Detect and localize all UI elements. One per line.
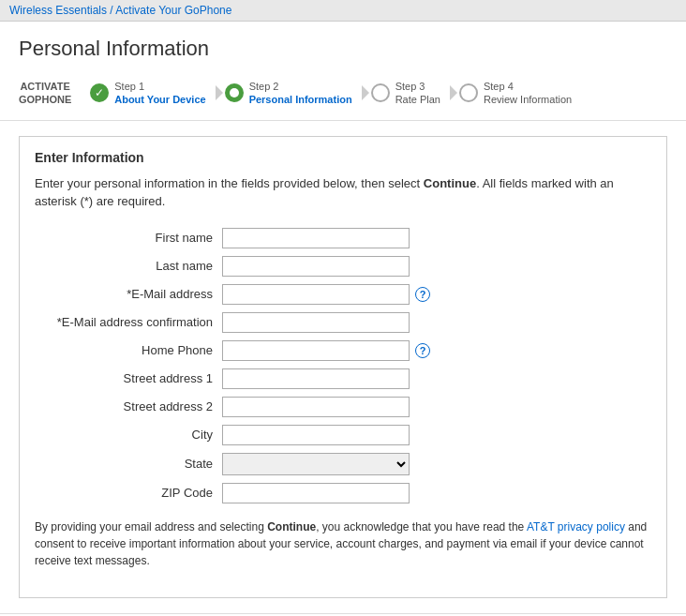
step-1: Step 1 About Your Device <box>81 80 215 107</box>
step-4-num: Step 4 <box>484 80 572 93</box>
steps-bar: ACTIVATE GOPHONE Step 1 About Your Devic… <box>0 70 686 121</box>
city-field <box>222 425 410 445</box>
city-input[interactable] <box>222 425 410 445</box>
zip-field <box>222 483 410 503</box>
state-label: State <box>35 457 222 471</box>
privacy-part2: , you acknowledge that you have read the <box>316 520 527 533</box>
step-2-text: Step 2 Personal Information <box>249 80 352 107</box>
form-box-title: Enter Information <box>35 150 651 165</box>
city-label: City <box>35 428 222 442</box>
desc-part1: Enter your personal information in the f… <box>35 176 424 190</box>
street2-input[interactable] <box>222 397 410 417</box>
step-4: Step 4 Review Information <box>450 80 581 107</box>
street1-row: Street address 1 <box>35 368 651 389</box>
last-name-row: Last name <box>35 256 651 277</box>
zip-label: ZIP Code <box>35 486 222 500</box>
street2-field <box>222 397 410 417</box>
first-name-label: First name <box>35 231 222 245</box>
last-name-field <box>222 256 410 277</box>
state-select[interactable]: Alabama Alaska Arizona California Texas <box>222 453 410 475</box>
email-help-icon[interactable]: ? <box>415 287 430 302</box>
home-phone-label: Home Phone <box>35 343 222 357</box>
breadcrumb: Wireless Essentials / Activate Your GoPh… <box>9 4 231 17</box>
breadcrumb-bar: Wireless Essentials / Activate Your GoPh… <box>0 0 686 22</box>
email-confirm-field <box>222 312 410 333</box>
email-row: *E-Mail address ? <box>35 284 651 305</box>
privacy-bold: Continue <box>267 520 316 533</box>
privacy-part1: By providing your email address and sele… <box>35 520 267 533</box>
step-3: Step 3 Rate Plan <box>362 80 450 107</box>
step-3-name: Rate Plan <box>395 93 440 106</box>
email-confirm-input[interactable] <box>222 312 410 333</box>
step-1-text: Step 1 About Your Device <box>114 80 205 107</box>
email-input[interactable] <box>222 284 410 305</box>
home-phone-help-icon[interactable]: ? <box>415 343 430 358</box>
step-2-num: Step 2 <box>249 80 352 93</box>
privacy-text: By providing your email address and sele… <box>35 518 651 569</box>
street1-label: Street address 1 <box>35 371 222 385</box>
checkmark-icon <box>95 86 104 99</box>
email-field: ? <box>222 284 430 305</box>
first-name-input[interactable] <box>222 228 410 248</box>
activate-label: ACTIVATE GOPHONE <box>19 80 71 107</box>
first-name-field <box>222 228 410 248</box>
street2-row: Street address 2 <box>35 397 651 417</box>
step-4-icon <box>459 83 478 102</box>
home-phone-row: Home Phone ? <box>35 340 651 361</box>
state-row: State Alabama Alaska Arizona California … <box>35 453 651 475</box>
zip-input[interactable] <box>222 483 410 503</box>
step-4-name: Review Information <box>484 93 572 106</box>
street1-field <box>222 368 410 389</box>
home-phone-field: ? <box>222 340 430 361</box>
home-phone-input[interactable] <box>222 340 410 361</box>
zip-row: ZIP Code <box>35 483 651 503</box>
step-1-num: Step 1 <box>114 80 205 93</box>
page-container: Wireless Essentials / Activate Your GoPh… <box>0 0 686 616</box>
email-confirm-row: *E-Mail address confirmation <box>35 312 651 333</box>
state-field: Alabama Alaska Arizona California Texas <box>222 453 410 475</box>
circle-icon <box>230 88 239 98</box>
form-box: Enter Information Enter your personal in… <box>19 136 667 598</box>
step-2: Step 2 Personal Information <box>216 80 362 107</box>
step-3-num: Step 3 <box>395 80 440 93</box>
desc-bold: Continue <box>424 176 476 190</box>
last-name-label: Last name <box>35 259 222 273</box>
main-content: Enter Information Enter your personal in… <box>0 121 686 613</box>
privacy-link[interactable]: AT&T privacy policy <box>527 520 625 533</box>
page-title: Personal Information <box>0 22 686 70</box>
first-name-row: First name <box>35 228 651 248</box>
step-4-text: Step 4 Review Information <box>484 80 572 107</box>
action-row: Cancel Back Continue <box>0 613 686 616</box>
last-name-input[interactable] <box>222 256 410 277</box>
step-2-name: Personal Information <box>249 93 352 106</box>
step-3-icon <box>371 83 390 102</box>
street1-input[interactable] <box>222 368 410 389</box>
step-3-text: Step 3 Rate Plan <box>395 80 440 107</box>
step-2-icon <box>225 83 244 102</box>
step-1-icon <box>90 83 109 102</box>
city-row: City <box>35 425 651 445</box>
email-label: *E-Mail address <box>35 287 222 301</box>
street2-label: Street address 2 <box>35 399 222 413</box>
form-description: Enter your personal information in the f… <box>35 174 651 211</box>
step-1-name: About Your Device <box>114 93 205 106</box>
email-confirm-label: *E-Mail address confirmation <box>35 315 222 329</box>
